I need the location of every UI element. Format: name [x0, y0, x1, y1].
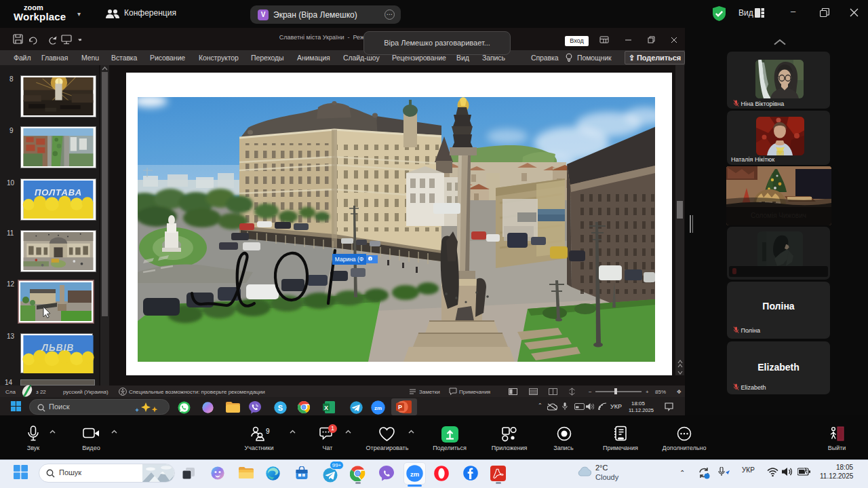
svg-text:ЛЬВІВ: ЛЬВІВ [41, 343, 75, 353]
svg-text:zm: zm [374, 405, 382, 411]
svg-text:Соломія Чижович: Соломія Чижович [751, 212, 806, 219]
svg-text:ПОЛТАВА: ПОЛТАВА [35, 187, 82, 198]
svg-text:S: S [278, 404, 283, 412]
svg-text:zm: zm [410, 470, 419, 478]
svg-text:X: X [324, 405, 328, 411]
svg-text:P: P [398, 404, 402, 411]
